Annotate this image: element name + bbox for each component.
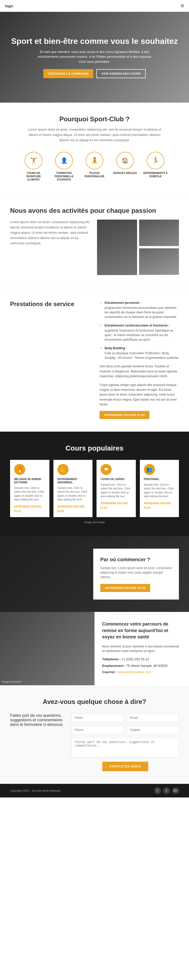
services-learn-btn[interactable]: APPRENDRE ENCORE PLUS bbox=[100, 411, 149, 419]
why-section: Pourquoi Sport-Club ? Lorem ipsum dolor … bbox=[0, 103, 189, 194]
course-icon: ❤ bbox=[100, 464, 112, 475]
contact-phone-label: Téléphone : bbox=[102, 657, 121, 661]
why-icon-item: 🏠 ESPACES IDÉALES bbox=[112, 152, 138, 181]
why-icon-item: 🏋 COURS DE SIGNATURE ILLIMITÉS bbox=[21, 152, 47, 181]
why-icon-symbol: 👤 bbox=[61, 158, 68, 164]
services-left: Prestations de service bbox=[10, 301, 89, 419]
why-description: Lorem ipsum dolor sit amet, consectetur … bbox=[24, 127, 165, 143]
course-icon-symbol: 👥 bbox=[146, 466, 152, 473]
why-icon-label: FORMATION PERSONNELLE D'EXPERTS bbox=[51, 172, 77, 181]
form-name-input[interactable] bbox=[71, 713, 124, 722]
form-phone-input[interactable] bbox=[71, 725, 124, 735]
contact-description: Nous sommes là pour répondre à tout beso… bbox=[102, 644, 181, 653]
services-side-text2: Turpis egestas integer eget aliquet nibh… bbox=[100, 383, 179, 407]
form-email-input[interactable] bbox=[127, 713, 179, 722]
why-icon-symbol: 🧘 bbox=[91, 158, 98, 164]
why-icon-label: ESPACES IDÉALES bbox=[112, 172, 138, 175]
service-item: Body Building :Crée un physique musculai… bbox=[100, 346, 179, 360]
testimonials-left: Faites part de vos questions, suggestion… bbox=[10, 713, 64, 771]
why-icons-list: 🏋 COURS DE SIGNATURE ILLIMITÉS 👤 FORMATI… bbox=[10, 152, 179, 181]
courses-caption: Image de freepik bbox=[10, 521, 179, 523]
course-icon-symbol: ❤ bbox=[104, 466, 108, 473]
contact-email-label: Courriel : bbox=[102, 670, 117, 674]
contact-info: Commencez votre parcours de remise en fo… bbox=[94, 612, 189, 685]
hero-title: Sport et bien-être comme vous le souhait… bbox=[11, 36, 178, 46]
contact-email-value[interactable]: template@sample.com bbox=[118, 670, 151, 674]
why-icon-item: 🏃 ENTRAÎNEMENTS À DOMICILE bbox=[142, 152, 169, 181]
services-side-text: Sed iutuor proin gravida hendrerit lectu… bbox=[100, 364, 179, 379]
activities-description: Lorem ipsum dolor sit amet, consectetur … bbox=[10, 220, 92, 246]
gplus-icon[interactable]: G+ bbox=[172, 788, 179, 794]
why-icon-label: COURS DE SIGNATURE ILLIMITÉS bbox=[21, 172, 47, 181]
contact-location-label: Emplacement : bbox=[102, 664, 125, 668]
course-description: Sample text. Click to select the text bo… bbox=[100, 483, 132, 498]
contact-email: Courriel : template@sample.com bbox=[102, 670, 181, 675]
services-list: Entraînement personnel :programmes d'exe… bbox=[100, 301, 179, 360]
footer-copy: Copyright 2024 – tous les droits réservé… bbox=[10, 789, 60, 792]
service-item: Entraînement personnel :programmes d'exe… bbox=[100, 301, 179, 319]
course-card: 👥 PERSONNEL Sample text. Click to select… bbox=[140, 460, 179, 517]
start-description: Sample text. Lorem ipsum dolor sit amet,… bbox=[100, 566, 172, 579]
why-icon-item: 👤 FORMATION PERSONNELLE D'EXPERTS bbox=[51, 152, 77, 181]
why-icon-circle: 🧘 bbox=[86, 152, 103, 169]
contact-location-value: 75 Street Sample, WI 63025 bbox=[126, 664, 167, 668]
course-title: COURS DE CARDIO bbox=[100, 477, 132, 481]
twitter-icon[interactable]: t bbox=[163, 788, 170, 794]
why-icon-circle: 🏠 bbox=[116, 152, 134, 169]
activities-section: Nous avons des activités pour chaque pas… bbox=[0, 194, 189, 288]
course-icon-symbol: 💪 bbox=[60, 466, 66, 473]
why-icon-symbol: 🏋 bbox=[30, 158, 37, 164]
course-card: 💪 ENTRAÎNEMENT ABDOMINAL Sample text. Cl… bbox=[53, 460, 93, 517]
why-title: Pourquoi Sport-Club ? bbox=[10, 115, 179, 123]
footer-social: f t G+ bbox=[154, 788, 179, 794]
course-icon-symbol: 🔥 bbox=[17, 466, 23, 473]
hero-description: En tant que membre, vous avez accès à de… bbox=[34, 49, 155, 64]
start-section: Par où commencer ? Sample text. Lorem ip… bbox=[0, 536, 189, 612]
course-description: Sample text. Click to select the text bo… bbox=[57, 486, 89, 502]
course-description: Sample text. Click to select the text bo… bbox=[14, 486, 45, 502]
course-card: 🔥 MÉLANGE DE REMISE EN FORME Sample text… bbox=[10, 460, 49, 517]
why-icon-item: 🧘 PILATES PERSONNALISÉ bbox=[81, 152, 108, 181]
contact-location: Emplacement : 75 Street Sample, WI 63025 bbox=[102, 663, 181, 668]
activities-images bbox=[97, 220, 179, 275]
logo: logo bbox=[5, 4, 13, 8]
hero-section: Sport et bien-être comme vous le souhait… bbox=[0, 12, 189, 103]
why-icon-circle: 🏋 bbox=[25, 152, 42, 169]
menu-icon[interactable]: ≡ bbox=[181, 3, 184, 9]
form-submit-btn[interactable]: CONTACTEZ-NOUS bbox=[102, 762, 148, 771]
why-icon-symbol: 🏠 bbox=[122, 158, 129, 164]
start-btn[interactable]: APPRENDRE ENCORE PLUS bbox=[100, 584, 150, 592]
form-message-input[interactable] bbox=[71, 737, 179, 757]
activity-image-2 bbox=[139, 220, 179, 246]
activity-image-1 bbox=[97, 220, 137, 275]
contact-section: Image de Gratuit Commencez votre parcour… bbox=[0, 612, 189, 685]
services-section: Prestations de service Entraînement pers… bbox=[0, 288, 189, 432]
courses-grid: 🔥 MÉLANGE DE REMISE EN FORME Sample text… bbox=[10, 460, 179, 517]
course-link[interactable]: APPRENDRE ENCORE PLUS bbox=[144, 502, 171, 509]
testimonials-section: Avez-vous quelque chose à dire? Faites p… bbox=[0, 685, 189, 784]
why-icon-circle: 🏃 bbox=[147, 152, 164, 169]
course-title: MÉLANGE DE REMISE EN FORME bbox=[14, 477, 45, 484]
course-card: ❤ COURS DE CARDIO Sample text. Click to … bbox=[97, 460, 136, 517]
contact-phone: Téléphone : +1 (232) 252 55 22 bbox=[102, 657, 181, 662]
course-link[interactable]: APPRENDRE ENCORE PLUS bbox=[57, 505, 85, 512]
testimonials-left-text: Faites part de vos questions, suggestion… bbox=[10, 713, 64, 727]
course-link[interactable]: APPRENDRE ENCORE PLUS bbox=[14, 505, 41, 512]
form-subject-input[interactable] bbox=[127, 725, 179, 735]
why-icon-circle: 👤 bbox=[55, 152, 73, 169]
course-link[interactable]: APPRENDRE ENCORE PLUS bbox=[100, 502, 128, 509]
contact-phone-value: +1 (232) 252 55 22 bbox=[121, 657, 149, 661]
services-title: Prestations de service bbox=[10, 301, 89, 308]
activities-title: Nous avons des activités pour chaque pas… bbox=[10, 207, 179, 215]
facebook-icon[interactable]: f bbox=[154, 788, 161, 794]
contact-img-caption: Image de Gratuit bbox=[2, 681, 21, 683]
courses-section: Cours populaires 🔥 MÉLANGE DE REMISE EN … bbox=[0, 432, 189, 536]
hero-primary-btn[interactable]: CONTINUER LA COMMANDE bbox=[43, 69, 93, 78]
why-icon-label: PILATES PERSONNALISÉ bbox=[81, 172, 108, 178]
footer: Copyright 2024 – tous les droits réservé… bbox=[0, 784, 189, 797]
contact-form: CONTACTEZ-NOUS bbox=[71, 713, 179, 771]
course-description: Sample text. Click to select the text bo… bbox=[144, 483, 175, 498]
hero-outline-btn[interactable]: VOIR AGENDA DES COURS bbox=[96, 69, 146, 78]
why-icon-label: ENTRAÎNEMENTS À DOMICILE bbox=[142, 172, 169, 178]
why-icon-symbol: 🏃 bbox=[152, 158, 159, 164]
